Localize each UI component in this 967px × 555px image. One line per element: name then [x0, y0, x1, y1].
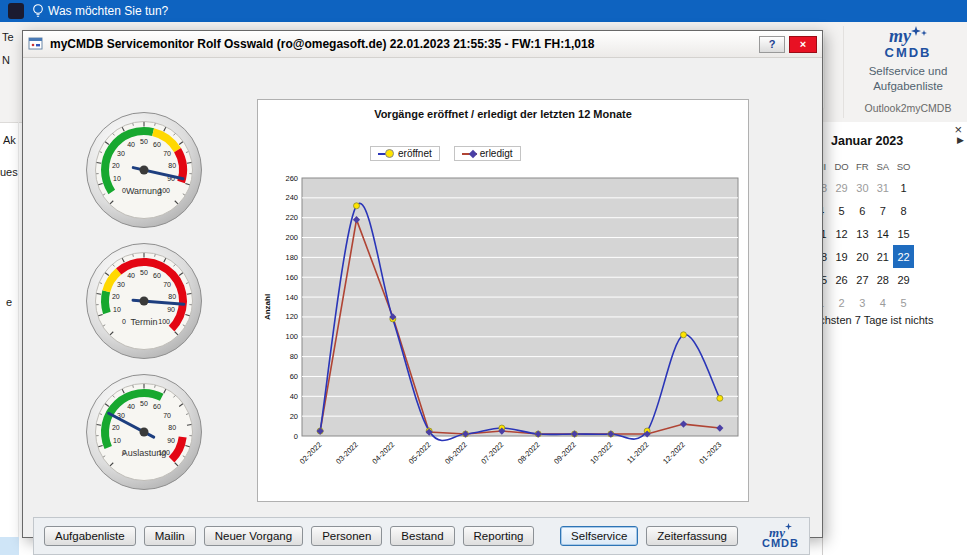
svg-text:09-2022: 09-2022	[552, 440, 578, 466]
window-title: myCMDB Servicemonitor Rolf Osswald (ro@o…	[50, 37, 759, 51]
svg-text:160: 160	[285, 273, 298, 282]
ribbon-separator	[843, 26, 844, 118]
svg-text:40: 40	[290, 392, 298, 401]
button-aufgabenliste[interactable]: Aufgabenliste	[44, 526, 136, 546]
title-bar[interactable]: myCMDB Servicemonitor Rolf Osswald (ro@o…	[23, 31, 822, 58]
calendar-day[interactable]: 15	[893, 222, 914, 245]
app-icon	[8, 3, 24, 19]
svg-text:20: 20	[112, 293, 120, 300]
calendar-day[interactable]: 4	[873, 291, 893, 314]
calendar-day[interactable]: 1	[822, 291, 831, 314]
svg-text:30: 30	[117, 150, 125, 157]
footer-toolbar: AufgabenlisteMailinNeuer VorgangPersonen…	[33, 517, 810, 555]
svg-text:180: 180	[285, 253, 298, 262]
logo-my-text: my	[889, 26, 911, 46]
svg-text:06-2022: 06-2022	[443, 440, 469, 466]
logo-cmdb-text: CMDB	[762, 538, 799, 549]
button-personen[interactable]: Personen	[311, 526, 382, 546]
calendar-day[interactable]: 25	[822, 268, 831, 291]
button-selfservice[interactable]: Selfservice	[560, 526, 638, 546]
calendar-day[interactable]: 3	[852, 291, 872, 314]
calendar-day-header: SO	[893, 156, 914, 176]
calendar-day[interactable]: 12	[831, 222, 852, 245]
mycmdb-logo-small: my CMDB	[762, 523, 799, 548]
bottom-left-panel	[0, 537, 19, 555]
calendar-day[interactable]: 30	[852, 176, 872, 199]
svg-text:10: 10	[113, 437, 121, 444]
ribbon-group-label: Outlook2myCMDB	[850, 102, 966, 114]
tell-me-bar[interactable]: Was möchten Sie tun?	[0, 0, 967, 22]
tell-me-text: Was möchten Sie tun?	[48, 3, 168, 19]
close-button[interactable]: ×	[789, 36, 817, 53]
calendar-day[interactable]: 5	[893, 291, 914, 314]
gauge-termin: 0102030405060708090100Termin	[85, 242, 203, 360]
calendar-day[interactable]: 19	[831, 245, 852, 268]
svg-text:0: 0	[294, 432, 298, 441]
calendar-day[interactable]: 7	[873, 199, 893, 222]
calendar-note: nächsten 7 Tage ist nichts	[822, 314, 967, 326]
gauge-label: Warnung	[126, 186, 162, 196]
calendar-day[interactable]: 29	[831, 176, 852, 199]
button-neuer-vorgang[interactable]: Neuer Vorgang	[204, 526, 303, 546]
svg-text:10: 10	[113, 175, 121, 182]
svg-text:01-2023: 01-2023	[697, 440, 723, 466]
svg-text:50: 50	[140, 400, 148, 407]
svg-text:08-2022: 08-2022	[516, 440, 542, 466]
legend-item: erledigt	[454, 146, 521, 161]
help-button[interactable]: ?	[759, 36, 785, 53]
svg-text:60: 60	[153, 141, 161, 148]
svg-text:100: 100	[158, 318, 170, 325]
dialog-body: 0102030405060708090100Warnung 0102030405…	[23, 57, 822, 537]
calendar-day[interactable]: 18	[822, 245, 831, 268]
button-reporting[interactable]: Reporting	[463, 526, 535, 546]
outlook-background: Was möchten Sie tun? my CMDB Selfservice…	[0, 0, 967, 555]
calendar-day[interactable]: 8	[893, 199, 914, 222]
legend-label: eröffnet	[398, 148, 432, 159]
calendar-day[interactable]: 22	[893, 245, 914, 268]
window-icon	[28, 36, 44, 52]
svg-text:20: 20	[112, 424, 120, 431]
calendar-day[interactable]: 2	[831, 291, 852, 314]
svg-text:30: 30	[117, 281, 125, 288]
svg-text:40: 40	[127, 272, 135, 279]
calendar-day[interactable]: 4	[822, 199, 831, 222]
calendar-grid: MODIMIDOFRSASO26272829303112345678910111…	[822, 156, 914, 314]
calendar-day[interactable]: 29	[893, 268, 914, 291]
svg-text:07-2022: 07-2022	[479, 440, 505, 466]
chart-legend: eröffneterledigt	[370, 146, 521, 161]
calendar-day[interactable]: 1	[893, 176, 914, 199]
calendar-day[interactable]: 6	[852, 199, 872, 222]
svg-text:60: 60	[153, 403, 161, 410]
gauge-label: Auslastung	[122, 448, 167, 458]
svg-text:12-2022: 12-2022	[661, 440, 687, 466]
svg-text:05-2022: 05-2022	[407, 440, 433, 466]
calendar-day[interactable]: 5	[831, 199, 852, 222]
calendar-day[interactable]: 20	[852, 245, 872, 268]
addin-caption-line1: Selfservice und	[850, 64, 966, 79]
calendar-day[interactable]: 11	[822, 222, 831, 245]
addin-caption-line2: Aufgabenliste	[850, 79, 966, 94]
calendar-day[interactable]: 27	[852, 268, 872, 291]
svg-text:40: 40	[127, 403, 135, 410]
calendar-day[interactable]: 28	[822, 176, 831, 199]
svg-text:120: 120	[285, 312, 298, 321]
next-month-arrow[interactable]: ▶	[957, 135, 964, 145]
svg-text:70: 70	[163, 281, 171, 288]
calendar-day[interactable]: 28	[873, 268, 893, 291]
calendar-pane: × Januar 2023 ▶ MODIMIDOFRSASO2627282930…	[822, 122, 967, 555]
calendar-day[interactable]: 21	[873, 245, 893, 268]
svg-text:Anzahl: Anzahl	[263, 294, 272, 320]
calendar-day[interactable]: 26	[831, 268, 852, 291]
button-zeiterfassung[interactable]: Zeiterfassung	[646, 526, 738, 546]
calendar-day[interactable]: 13	[852, 222, 872, 245]
svg-text:20: 20	[290, 412, 298, 421]
button-bestand[interactable]: Bestand	[390, 526, 454, 546]
svg-text:11-2022: 11-2022	[625, 440, 650, 465]
calendar-day[interactable]: 14	[873, 222, 893, 245]
mycmdb-logo: my CMDB	[852, 26, 964, 60]
servicemonitor-window: myCMDB Servicemonitor Rolf Osswald (ro@o…	[22, 30, 823, 538]
sparkle-icon	[785, 523, 792, 530]
addin-caption: Selfservice und Aufgabenliste	[850, 64, 966, 94]
button-mailin[interactable]: Mailin	[144, 526, 196, 546]
calendar-day[interactable]: 31	[873, 176, 893, 199]
